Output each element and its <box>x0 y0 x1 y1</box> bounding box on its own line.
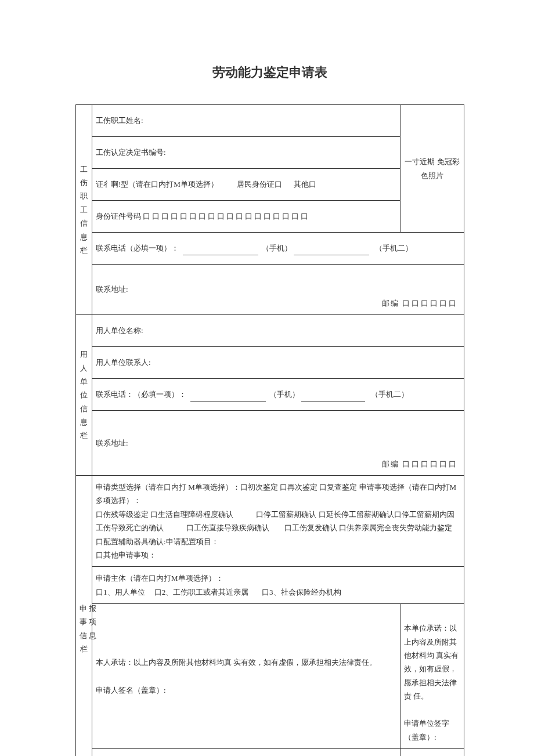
photo-text: 一寸近期 免冠彩色照片 <box>405 157 459 179</box>
employer-phone-m1: （手机） <box>269 390 300 399</box>
employer-postal-label: 邮编 <box>382 460 399 468</box>
apply-subject-cell[interactable]: 申请主体（请在口内打M单项选择）： 口1、用人单位 口2、工伤职工或者其近亲属 … <box>92 567 464 604</box>
worker-addr-label: 联系地址: <box>96 285 128 294</box>
worker-postal-boxes[interactable]: 口口口口口口 <box>402 299 458 308</box>
worker-phone-row[interactable]: 联系电话（必填一项）： （手机） （手机二） <box>92 233 464 265</box>
employer-phone1-input[interactable] <box>190 393 266 401</box>
decision-no-row[interactable]: 工伤认定决定书编号: <box>92 137 400 169</box>
worker-postal-label: 邮编 <box>382 299 399 308</box>
sign-person-label[interactable]: 申请人签名（盖章）: <box>96 683 396 697</box>
section1-label: 工伤职工信息栏 <box>76 105 92 315</box>
form-table: 工伤职工信息栏 工伤职工姓名: 一寸近期 免冠彩色照片 工伤认定决定书编号: 证… <box>75 104 464 756</box>
employer-contact-row[interactable]: 用人单位联系人: <box>92 347 464 379</box>
employer-phone-row[interactable]: 联系电话：（必填一项）： （手机） （手机二） <box>92 379 464 411</box>
id-type-opt-other[interactable]: 其他口 <box>294 180 316 189</box>
apply-subject-label: 申请主体（请在口内打M单项选择）： <box>96 574 223 583</box>
date-unit-cell[interactable]: 年 月 日 <box>400 749 464 756</box>
employer-name-label: 用人单位名称: <box>96 326 143 335</box>
decision-no-label: 工伤认定决定书编号: <box>96 148 166 157</box>
declare-person-text: 本人承诺：以上内容及所附其他材料均真 实有效，如有虚假，愿承担相夫法律责任。 <box>96 656 396 669</box>
apply-type-text: 申请类型选择（请在口内打 M单项选择）：口初次鉴定 口再次鉴定 口复查鉴定 申请… <box>96 483 475 559</box>
worker-addr-row[interactable]: 联系地址: 邮编 口口口口口口 <box>92 265 464 315</box>
apply-subject-opt2[interactable]: 口2、工伤职工或者其近亲属 <box>154 588 249 596</box>
apply-subject-opt1[interactable]: 口1、用人单位 <box>96 588 145 596</box>
id-no-row[interactable]: 身份证件号码 口口口口口口口口口口口口口口口口口口 <box>92 201 400 233</box>
employer-phone-m2: （手机二） <box>371 390 409 399</box>
declare-unit-cell: 本单位承诺：以上内容及所附其他材料均 真实有效，如有虚假，愿承担相夫法律责 任。… <box>400 604 464 749</box>
date-person-cell[interactable]: 年 月 日 <box>92 749 400 756</box>
worker-phone-m1: （手机） <box>262 244 292 252</box>
worker-phone2-input[interactable] <box>294 247 369 255</box>
apply-type-cell[interactable]: 申请类型选择（请在口内打 M单项选择）：口初次鉴定 口再次鉴定 口复查鉴定 申请… <box>92 476 464 567</box>
employer-addr-label: 联系地址: <box>96 439 128 447</box>
employer-phone-label: 联系电话：（必填一项）： <box>96 390 186 399</box>
employer-addr-row[interactable]: 联系地址: 邮编 口口口口口口 <box>92 411 464 476</box>
sign-unit-label[interactable]: 申请单位签字（盖章）: <box>404 717 460 744</box>
employer-name-row[interactable]: 用人单位名称: <box>92 315 464 347</box>
id-no-label: 身份证件号码 <box>96 212 141 220</box>
section3-label: 申 报事 项信 息栏 <box>76 476 92 757</box>
employer-phone2-input[interactable] <box>301 393 365 401</box>
id-type-row[interactable]: 证彳啊!型（请在口内打M单项选择） 居民身份证口 其他口 <box>92 169 400 201</box>
employer-postal-boxes[interactable]: 口口口口口口 <box>402 460 458 468</box>
worker-name-label: 工伤职工姓名: <box>96 116 143 125</box>
declare-unit-text: 本单位承诺：以上内容及所附其他材料均 真实有效，如有虚假，愿承担相夫法律责 任。 <box>404 621 460 703</box>
id-type-label: 证彳啊!型（请在口内打M单项选择） <box>96 180 218 189</box>
id-no-boxes[interactable]: 口口口口口口口口口口口口口口口口口口 <box>143 212 310 220</box>
id-type-opt-resident[interactable]: 居民身份证口 <box>237 180 282 189</box>
worker-phone-label: 联系电话（必填一项）： <box>96 244 179 252</box>
photo-cell: 一寸近期 免冠彩色照片 <box>400 105 464 233</box>
section2-label: 用人单位信息栏 <box>76 315 92 476</box>
worker-name-row[interactable]: 工伤职工姓名: <box>92 105 400 137</box>
apply-subject-opt3[interactable]: 口3、社会保险经办机构 <box>262 588 341 596</box>
worker-phone-m2: （手机二） <box>375 244 413 252</box>
declare-person-cell: 本人承诺：以上内容及所附其他材料均真 实有效，如有虚假，愿承担相夫法律责任。 申… <box>92 604 400 749</box>
page-title: 劳动能力鉴定申请表 <box>75 64 464 81</box>
employer-contact-label: 用人单位联系人: <box>96 358 151 367</box>
worker-phone1-input[interactable] <box>183 247 258 255</box>
